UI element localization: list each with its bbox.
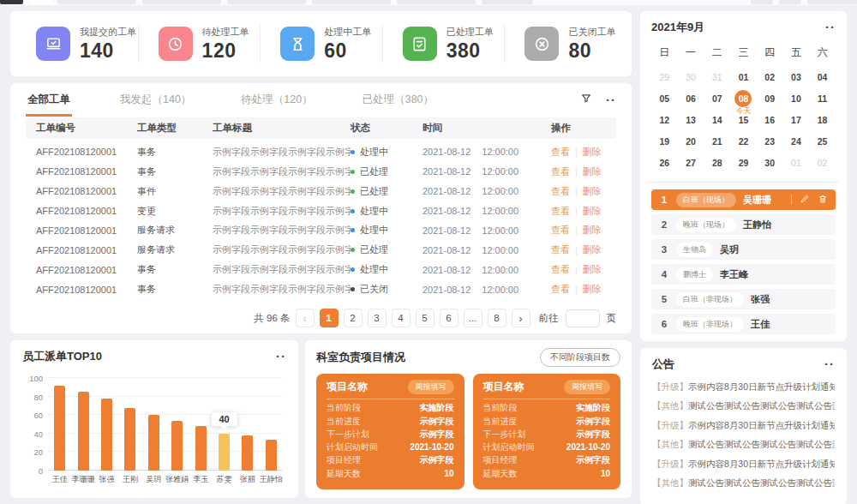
page-button-5[interactable]: 5	[416, 309, 434, 327]
tab-stub-active[interactable]	[0, 0, 23, 4]
page-button-6[interactable]: 6	[440, 309, 458, 327]
calendar-day[interactable]: 14	[704, 109, 730, 130]
page-button-3[interactable]: 3	[368, 309, 387, 327]
weekly-report-badge[interactable]: 周报填写	[408, 380, 454, 394]
table-row[interactable]: AFF202108120001 事务 示例字段示例字段示例字段示例字段示例字段 …	[26, 263, 616, 276]
view-link[interactable]: 查看	[551, 165, 570, 178]
bar-李玉[interactable]	[189, 378, 212, 471]
view-link[interactable]: 查看	[551, 263, 570, 276]
tab-stub[interactable]	[57, 0, 136, 4]
tab-stub[interactable]	[227, 0, 306, 4]
tab-stub[interactable]	[751, 0, 773, 4]
calendar-day[interactable]: 06	[678, 87, 704, 109]
view-link[interactable]: 查看	[551, 185, 570, 198]
tab-stub[interactable]	[312, 0, 391, 4]
calendar-day[interactable]: 29	[651, 66, 678, 87]
bar-张丽[interactable]	[236, 378, 259, 471]
next-page-button[interactable]: ›	[512, 309, 530, 327]
table-row[interactable]: AFF202108120001 服务请求 示例字段示例字段示例字段示例字段示例字…	[26, 243, 616, 256]
edit-icon[interactable]	[800, 194, 810, 206]
tab-3[interactable]: 已处理（380）	[361, 84, 435, 117]
tab-stub[interactable]	[779, 0, 801, 4]
more-icon[interactable]: ··	[276, 352, 286, 361]
filter-icon[interactable]	[580, 93, 592, 108]
project-card[interactable]: 项目名称 周报填写 当前阶段实施阶段当前进度示例字段下一步计划示例字段计划启动时…	[316, 374, 464, 489]
calendar-day[interactable]: 16	[757, 109, 783, 130]
bar-王静怡[interactable]	[260, 378, 283, 471]
calendar-day[interactable]: 05	[651, 87, 678, 109]
project-card[interactable]: 项目名称 周报填写 当前阶段实施阶段当前进度示例字段下一步计划示例字段计划启动时…	[473, 374, 621, 489]
calendar-day[interactable]: 20	[678, 130, 704, 152]
delete-link[interactable]: 删除	[583, 185, 602, 198]
calendar-day[interactable]: 02	[809, 152, 836, 173]
delete-link[interactable]: 删除	[583, 263, 602, 276]
duty-row[interactable]: 5 白班（非现场） 张强	[651, 289, 836, 309]
page-button-2[interactable]: 2	[344, 309, 363, 327]
delete-link[interactable]: 删除	[583, 243, 602, 256]
calendar-day[interactable]: 21	[704, 130, 730, 152]
table-row[interactable]: AFF202108120001 事务 示例字段示例字段示例字段示例字段示例字段 …	[26, 165, 616, 178]
notice-item[interactable]: 【升级】示例内容8月30日新节点升级计划通知	[652, 381, 835, 393]
tab-1[interactable]: 我发起（140）	[118, 84, 193, 117]
goto-page-input[interactable]	[566, 309, 600, 327]
more-icon[interactable]: ··	[606, 96, 616, 105]
notice-item[interactable]: 【其他】测试公告测试公告测试公告测试公告测试公告	[652, 477, 835, 489]
stage-count-button[interactable]: 不同阶段项目数	[540, 348, 620, 367]
calendar-day[interactable]: 10	[783, 87, 810, 109]
calendar-day[interactable]: 29	[730, 152, 757, 173]
view-link[interactable]: 查看	[551, 224, 570, 237]
view-link[interactable]: 查看	[551, 205, 570, 218]
delete-link[interactable]: 删除	[583, 224, 602, 237]
page-button-8[interactable]: 8	[488, 309, 506, 327]
calendar-day[interactable]: 04	[809, 66, 836, 87]
bar-李珊珊[interactable]	[71, 378, 94, 471]
tab-stub[interactable]	[807, 0, 857, 4]
page-button-1[interactable]: 1	[320, 309, 339, 327]
calendar-day[interactable]: 01	[783, 152, 810, 173]
tab-stub[interactable]	[29, 0, 51, 4]
tab-0[interactable]: 全部工单	[26, 84, 72, 117]
tab-stub[interactable]	[482, 0, 533, 4]
more-icon[interactable]: ··	[824, 360, 835, 369]
bar-王佳[interactable]	[48, 378, 71, 471]
notice-item[interactable]: 【其他】测试公告测试公告测试公告测试公告测试公告	[652, 439, 835, 451]
bar-张雅娟[interactable]	[165, 378, 189, 471]
prev-page-button[interactable]: ‹	[296, 309, 315, 327]
notice-item[interactable]: 【其他】测试公告测试公告测试公告测试公告测试公告	[652, 400, 835, 412]
calendar-day[interactable]: 30	[678, 66, 704, 87]
page-button-4[interactable]: 4	[392, 309, 411, 327]
duty-row[interactable]: 6 晚班（非现场） 王佳	[651, 314, 836, 334]
calendar-day[interactable]: 11	[809, 87, 836, 109]
table-row[interactable]: AFF202108120001 事务 示例字段示例字段示例字段示例字段示例字段 …	[26, 283, 616, 296]
calendar-day[interactable]: 25	[809, 130, 836, 152]
duty-row[interactable]: 2 晚班（现场） 王静怡	[651, 214, 836, 235]
table-row[interactable]: AFF202108120001 事务 示例字段示例字段示例字段示例字段示例字段 …	[26, 146, 616, 159]
table-row[interactable]: AFF202108120001 服务请求 示例字段示例字段示例字段示例字段示例字…	[26, 224, 616, 237]
notice-item[interactable]: 【升级】示例内容8月30日新节点升级计划通知	[652, 459, 835, 471]
delete-link[interactable]: 删除	[583, 165, 602, 178]
calendar-day[interactable]: 09	[757, 87, 783, 109]
duty-row[interactable]: 3 生物岛 吴玥	[651, 239, 836, 260]
weekly-report-badge[interactable]: 周报填写	[564, 380, 610, 394]
calendar-day[interactable]: 27	[678, 152, 704, 173]
trash-icon[interactable]	[818, 194, 828, 206]
calendar-day[interactable]: 07	[704, 87, 730, 109]
tab-2[interactable]: 待处理（120）	[239, 84, 314, 117]
calendar-day[interactable]: 15	[730, 109, 757, 130]
calendar-day[interactable]: 24	[783, 130, 810, 152]
duty-row[interactable]: 4 鹏博士 李王峰	[651, 264, 836, 285]
table-row[interactable]: AFF202108120001 事件 示例字段示例字段示例字段示例字段示例字段 …	[26, 185, 616, 198]
calendar-day[interactable]: 22	[730, 130, 757, 152]
calendar-day[interactable]: 30	[757, 152, 783, 173]
duty-row[interactable]: 1 白班（现场） 吴珊珊	[651, 189, 836, 210]
bar-苏雯[interactable]: 40	[213, 378, 236, 471]
tab-stub[interactable]	[142, 0, 221, 4]
calendar-day[interactable]: 12	[651, 109, 678, 130]
table-row[interactable]: AFF202108120001 变更 示例字段示例字段示例字段示例字段示例字段 …	[26, 205, 616, 218]
bar-王刚[interactable]	[118, 378, 141, 471]
view-link[interactable]: 查看	[551, 243, 570, 256]
more-icon[interactable]: ··	[825, 23, 836, 32]
calendar-day[interactable]: 19	[651, 130, 678, 152]
calendar-day[interactable]: 26	[651, 152, 678, 173]
calendar-day[interactable]: 17	[783, 109, 810, 130]
